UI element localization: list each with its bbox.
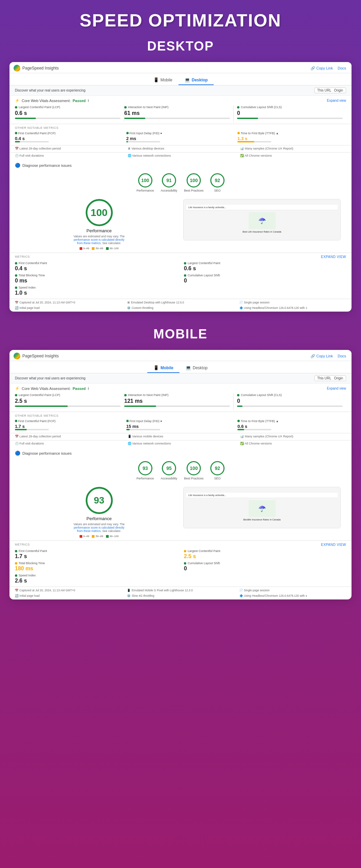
- score-acc-label-mobile: Accessibility: [161, 477, 177, 480]
- cwv-title-text-mobile: Core Web Vitals Assessment:: [22, 387, 71, 391]
- copy-link-desktop[interactable]: 🔗 Copy Link: [311, 66, 333, 71]
- mobile-tab-icon-desktop: 📱: [153, 77, 159, 82]
- cwv-status-desktop: Passed: [73, 99, 86, 103]
- footer-throttling-desktop: ⚙️ Custom throttling: [127, 306, 234, 310]
- metric-cls-desktop: Cumulative Layout Shift 0: [184, 274, 346, 284]
- metric-tbt-value-mobile: 180 ms: [15, 566, 177, 572]
- score-bestpractices-desktop: 100 Best Practices: [184, 173, 204, 192]
- score-seo-circle-desktop: 92: [210, 173, 225, 188]
- origin-btn-mobile[interactable]: Origin: [334, 376, 343, 380]
- cwv-lcp-desktop: Largest Contentful Paint (LCP) 0.6 s: [15, 105, 124, 122]
- screenshot-mobile: Life Insurance is a family umbrella... ☂…: [183, 487, 341, 528]
- perf-left-mobile: 93 Performance Values are estimated and …: [20, 487, 178, 538]
- field-note4-mobile: 🕐 Full visit durations: [15, 442, 121, 445]
- desktop-tab-label-desktop: Desktop: [192, 78, 208, 82]
- cwv-lcp-dot-mobile: [15, 394, 17, 396]
- perf-section-mobile: 93 Performance Values are estimated and …: [15, 484, 346, 540]
- expand-view2-mobile[interactable]: Expand view: [321, 543, 346, 547]
- cwv-metrics-desktop: Largest Contentful Paint (LCP) 0.6 s Int…: [15, 105, 346, 122]
- mobile-tab-icon-mobile: 📱: [153, 365, 159, 370]
- field-note1-desktop: 📅 Latest 28-day collection period: [15, 147, 121, 150]
- diagnose-label-desktop: Diagnose performance issues: [22, 163, 72, 167]
- cwv-title-mobile: ⚡ Core Web Vitals Assessment: Passed ℹ: [15, 386, 89, 391]
- this-url-btn-mobile[interactable]: This URL: [317, 376, 332, 380]
- psi-header-desktop: PageSpeed Insights 🔗 Copy Link Docs: [9, 62, 352, 73]
- metric-si-label-mobile: Speed Index: [15, 574, 177, 577]
- cwv-lcp-bar-mobile: [15, 406, 121, 407]
- url-toggle-mobile[interactable]: This URL Origin: [314, 375, 346, 381]
- this-url-btn-desktop[interactable]: This URL: [317, 88, 332, 92]
- footer-emulated-mobile: 📱 Emulated Mobile G Pixel with Lighthous…: [127, 589, 234, 592]
- psi-logo-mobile: PageSpeed Insights: [14, 353, 59, 359]
- psi-tabs-desktop: 📱 Mobile 💻 Desktop: [9, 73, 352, 85]
- cwv-title-desktop: ⚡ Core Web Vitals Assessment: Passed ℹ: [15, 98, 89, 103]
- footer-initial-mobile: 🔄 Initial page load: [15, 594, 122, 597]
- metric-lcp-mobile: Largest Contentful Paint 2.5 s: [184, 549, 346, 559]
- metric-lcp-label-mobile: Largest Contentful Paint: [184, 549, 346, 553]
- expand-view-desktop[interactable]: Expand view: [327, 99, 346, 102]
- score-seo-desktop: 92 SEO: [210, 173, 225, 192]
- origin-btn-desktop[interactable]: Origin: [334, 88, 343, 92]
- psi-logo-text-desktop: PageSpeed Insights: [22, 66, 59, 71]
- copy-link-mobile[interactable]: 🔗 Copy Link: [311, 354, 333, 358]
- footer-chromium-mobile: 🔷 Using Headless/Chromium 126.0.6478.126…: [239, 594, 346, 597]
- desktop-tab-icon-mobile: 💻: [186, 365, 191, 370]
- url-toggle-desktop[interactable]: This URL Origin: [314, 87, 346, 93]
- desktop-card: PageSpeed Insights 🔗 Copy Link Docs 📱 Mo…: [9, 62, 352, 312]
- cwv-section-desktop: ⚡ Core Web Vitals Assessment: Passed ℹ E…: [9, 96, 352, 124]
- score-desc-mobile: Values are estimated and may vary. The p…: [72, 522, 126, 533]
- cwv-header-mobile: ⚡ Core Web Vitals Assessment: Passed ℹ E…: [15, 386, 346, 391]
- score-perf-label-desktop: Performance: [136, 189, 154, 192]
- tab-mobile-desktop[interactable]: 📱 Mobile: [147, 75, 178, 85]
- score-acc-label-desktop: Accessibility: [161, 189, 177, 192]
- field-note6-desktop: ✅ All Chrome versions: [240, 154, 346, 157]
- perf-right-mobile: Life Insurance is a family umbrella... ☂…: [183, 487, 341, 528]
- tab-desktop-desktop[interactable]: 💻 Desktop: [178, 75, 214, 85]
- mobile-tab-label-desktop: Mobile: [161, 78, 172, 82]
- docs-mobile[interactable]: Docs: [338, 354, 346, 358]
- expand-view-mobile[interactable]: Expand view: [327, 387, 346, 390]
- cwv-lcp-dot-desktop: [15, 106, 17, 108]
- tab-mobile-mobile[interactable]: 📱 Mobile: [147, 363, 179, 373]
- big-score-label-mobile: Performance: [86, 516, 111, 521]
- other-metrics-mobile: OTHER NOTABLE METRICS First Contentful P…: [9, 412, 352, 433]
- field-note3-desktop: 📊 Many samples (Chrome UX Report): [240, 147, 346, 150]
- metrics-label-desktop: METRICS Expand view: [15, 255, 346, 259]
- diagnose-label-mobile: Diagnose performance issues: [22, 451, 72, 455]
- score-perf-label-mobile: Performance: [136, 477, 154, 480]
- cwv-inp-dot-desktop: [124, 106, 127, 108]
- field-note6-mobile: ✅ All Chrome versions: [240, 442, 346, 445]
- score-desc-desktop: Values are estimated and may vary. The p…: [72, 235, 126, 245]
- metric-tbt-mobile: Total Blocking Time 180 ms: [15, 561, 177, 572]
- score-bp-label-desktop: Best Practices: [184, 189, 204, 192]
- psi-header-right-mobile: 🔗 Copy Link Docs: [311, 354, 346, 358]
- metric-lcp-label-desktop: Largest Contentful Paint: [184, 261, 346, 265]
- tab-desktop-mobile[interactable]: 💻 Desktop: [179, 363, 214, 373]
- cwv-status-mobile: Passed: [73, 387, 86, 391]
- other-metrics-desktop: OTHER NOTABLE METRICS First Contentful P…: [9, 124, 352, 145]
- metric-tbt-desktop: Total Blocking Time 0 ms: [15, 274, 177, 284]
- real-users-bar-desktop: Discover what your real users are experi…: [9, 85, 352, 96]
- cwv-inp-mobile: Interaction to Next Paint (INP) 121 ms: [124, 393, 234, 410]
- field-note4-desktop: 🕐 Full visit durations: [15, 154, 121, 157]
- big-score-label-desktop: Performance: [86, 228, 111, 233]
- metrics-section-desktop: METRICS Expand view First Contentful Pai…: [9, 253, 352, 299]
- score-perf-circle-desktop: 100: [138, 173, 152, 188]
- score-seo-label-mobile: SEO: [214, 477, 221, 480]
- cwv-lcp-bar-desktop: [15, 118, 121, 119]
- cwv-inp-value-desktop: 61 ms: [124, 110, 230, 116]
- docs-desktop[interactable]: Docs: [338, 66, 346, 70]
- legend-orange-mobile: 50–89: [92, 535, 103, 538]
- other-fcp-value-mobile: 1.7 s: [15, 424, 124, 429]
- score-bp-circle-desktop: 100: [187, 173, 201, 188]
- cwv-lcp-label-desktop: Largest Contentful Paint (LCP): [15, 105, 121, 109]
- metrics-grid-mobile: First Contentful Paint 1.7 s Largest Con…: [15, 549, 346, 584]
- metric-fcp-value-desktop: 0.4 s: [15, 265, 177, 272]
- score-acc-circle-desktop: 91: [162, 173, 176, 188]
- score-seo-circle-mobile: 92: [210, 461, 225, 475]
- metric-lcp-value-mobile: 2.5 s: [184, 553, 346, 559]
- expand-view2-desktop[interactable]: Expand view: [321, 255, 346, 259]
- metric-lcp-desktop: Largest Contentful Paint 0.6 s: [184, 261, 346, 272]
- score-bp-circle-mobile: 100: [187, 461, 201, 475]
- other-ttfb-label-desktop: Time to First Byte (TTFB) ▲: [237, 132, 346, 135]
